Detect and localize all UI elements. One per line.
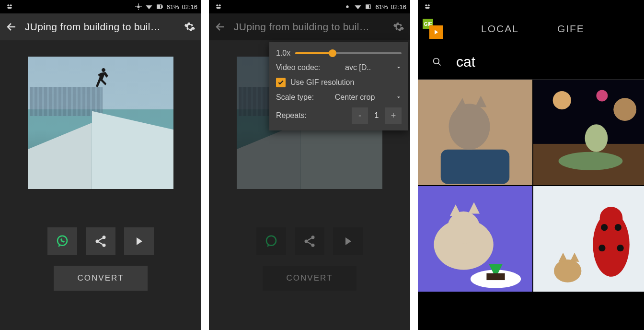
svg-point-1 xyxy=(10,4,12,6)
cat-thumbnail-icon xyxy=(418,186,532,292)
gif-res-row[interactable]: Use GIF resolution xyxy=(276,78,402,87)
speed-row: 1.0x xyxy=(276,49,402,58)
wifi-icon xyxy=(354,3,362,11)
whatsapp-button[interactable] xyxy=(256,227,286,255)
codec-value: avc [D.. xyxy=(345,63,371,72)
svg-point-17 xyxy=(266,236,276,246)
svg-rect-2 xyxy=(7,7,12,9)
speed-slider[interactable] xyxy=(295,52,402,54)
cat-thumbnail-icon xyxy=(533,186,644,292)
settings-popover: 1.0x Video codec: avc [D.. Use GIF resol… xyxy=(269,42,408,130)
svg-point-24 xyxy=(434,58,439,64)
svg-rect-6 xyxy=(158,5,160,9)
result-cell[interactable] xyxy=(418,186,532,292)
gif-res-label: Use GIF resolution xyxy=(290,78,354,87)
svg-point-33 xyxy=(585,124,608,152)
svg-point-43 xyxy=(601,224,608,231)
speed-label: 1.0x xyxy=(276,49,290,58)
content-area: CONVERT xyxy=(0,40,201,330)
gif-preview[interactable] xyxy=(28,57,173,189)
status-bar: 61% 02:16 xyxy=(209,0,410,13)
settings-button[interactable] xyxy=(183,20,196,34)
runner-silhouette-icon xyxy=(95,67,111,93)
battery-text: 61% xyxy=(166,3,179,11)
scale-row[interactable]: Scale type: Center crop xyxy=(276,93,402,102)
repeats-row: Repeats: - 1 + xyxy=(276,107,402,124)
toolbar: JUping from building to buil… xyxy=(209,13,410,40)
results-grid xyxy=(418,80,644,292)
result-cell[interactable] xyxy=(533,186,644,292)
svg-point-46 xyxy=(617,245,623,251)
svg-point-20 xyxy=(311,244,315,247)
repeats-decrement[interactable]: - xyxy=(352,107,368,124)
gif-res-checkbox[interactable] xyxy=(276,78,286,87)
screenshot-1: 61% 02:16 JUping from building to buil… xyxy=(0,0,201,330)
status-bar: 61% 02:16 xyxy=(0,0,201,13)
convert-button[interactable]: CONVERT xyxy=(263,266,356,291)
share-icon xyxy=(94,235,107,248)
repeats-label: Repeats: xyxy=(276,111,307,120)
svg-point-22 xyxy=(428,4,430,6)
gear-icon xyxy=(393,21,404,33)
repeats-increment[interactable]: + xyxy=(385,107,402,124)
play-button[interactable] xyxy=(124,227,154,255)
svg-rect-39 xyxy=(486,273,505,280)
svg-point-3 xyxy=(138,5,140,8)
repeats-value: 1 xyxy=(368,111,385,120)
codec-label: Video codec: xyxy=(276,63,320,72)
convert-button[interactable]: CONVERT xyxy=(54,266,148,291)
codec-row[interactable]: Video codec: avc [D.. xyxy=(276,63,402,72)
result-cell[interactable] xyxy=(533,80,644,185)
os-logo-icon xyxy=(215,3,222,11)
screenshot-2: 61% 02:16 JUping from building to buil… … xyxy=(209,0,410,330)
svg-point-21 xyxy=(425,4,427,6)
svg-point-11 xyxy=(216,4,218,6)
content-area: CONVERT 1.0x Video codec: avc [D.. Use G… xyxy=(209,40,410,330)
battery-icon xyxy=(156,3,163,11)
play-button[interactable] xyxy=(333,227,363,255)
tab-gifer[interactable]: GIFE xyxy=(538,23,585,35)
svg-point-14 xyxy=(346,5,349,8)
svg-point-0 xyxy=(7,4,9,6)
os-logo-icon xyxy=(424,3,431,11)
back-button[interactable] xyxy=(5,20,18,34)
svg-point-30 xyxy=(596,90,608,102)
cat-thumbnail-icon xyxy=(418,80,532,185)
share-button[interactable] xyxy=(86,227,115,255)
app-logo[interactable]: GIF xyxy=(423,19,443,39)
play-badge-icon xyxy=(429,25,443,39)
back-button[interactable] xyxy=(214,20,227,34)
tab-local[interactable]: LOCAL xyxy=(462,23,538,35)
settings-button[interactable] xyxy=(392,20,405,34)
share-icon xyxy=(303,235,316,248)
os-logo-icon xyxy=(6,3,13,11)
whatsapp-button[interactable] xyxy=(47,227,77,255)
arrow-left-icon xyxy=(215,21,226,33)
chevron-down-icon xyxy=(396,94,402,100)
battery-text: 61% xyxy=(375,3,388,11)
search-icon[interactable] xyxy=(432,55,442,69)
svg-point-12 xyxy=(219,4,221,6)
svg-point-29 xyxy=(553,91,571,109)
page-title: JUping from building to buil… xyxy=(234,21,385,33)
svg-point-44 xyxy=(615,224,621,231)
svg-rect-26 xyxy=(441,150,509,184)
scale-value: Center crop xyxy=(335,93,375,102)
gear-icon xyxy=(184,21,196,33)
svg-point-9 xyxy=(96,240,99,243)
action-row xyxy=(0,227,201,255)
svg-point-34 xyxy=(559,152,623,170)
svg-point-31 xyxy=(613,98,636,121)
svg-point-27 xyxy=(449,104,490,150)
svg-point-37 xyxy=(448,212,480,244)
signal-icon xyxy=(344,3,351,11)
search-input[interactable] xyxy=(456,54,638,70)
share-button[interactable] xyxy=(295,227,324,255)
status-bar xyxy=(418,0,644,13)
repeats-stepper: - 1 + xyxy=(352,107,402,124)
screenshot-3: GIF LOCAL GIFE xyxy=(418,0,644,330)
search-row xyxy=(418,44,644,80)
check-icon xyxy=(277,79,284,86)
result-cell[interactable] xyxy=(418,80,532,185)
svg-point-19 xyxy=(305,240,308,243)
